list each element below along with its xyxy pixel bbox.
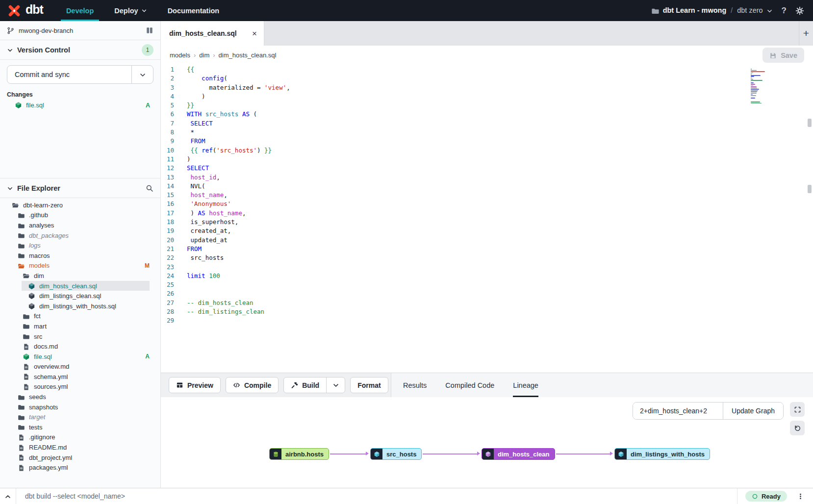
commit-options-button[interactable] xyxy=(131,66,153,83)
project-separator: / xyxy=(730,6,734,14)
tree-item-.gitignore[interactable]: .gitignore xyxy=(0,432,150,443)
nav-item-label: Develop xyxy=(66,7,94,15)
tree-item-packages.yml[interactable]: packages.yml xyxy=(0,462,150,473)
tree-item-seeds[interactable]: seeds xyxy=(0,392,150,402)
tree-item-file.sql[interactable]: file.sqlA xyxy=(0,352,150,362)
lineage-node-airbnb.hosts[interactable]: airbnb.hosts xyxy=(269,448,329,460)
build-split-button: Build xyxy=(283,377,345,393)
change-status-badge: A xyxy=(146,102,150,109)
tree-item-dim[interactable]: dim xyxy=(0,271,150,281)
tree-item-dbt_project.yml[interactable]: dbt_project.yml xyxy=(0,453,150,463)
tree-item-label: dim_hosts_clean.sql xyxy=(39,282,97,290)
nav-item-documentation[interactable]: Documentation xyxy=(157,0,230,21)
tree-item-label: dbt_project.yml xyxy=(29,454,72,461)
tree-item-logs[interactable]: logs xyxy=(0,240,150,251)
change-item-file.sql[interactable]: file.sqlA xyxy=(0,100,160,110)
build-options-button[interactable] xyxy=(326,378,345,393)
lineage-node-dim_listings_with_hosts[interactable]: dim_listings_with_hosts xyxy=(614,448,710,460)
save-button-label: Save xyxy=(781,51,797,59)
more-options-button[interactable] xyxy=(793,492,808,500)
tree-item-docs.md[interactable]: docs.md xyxy=(0,341,150,352)
tab-bar: dim_hosts_clean.sql × + xyxy=(161,21,813,46)
tab-dim-hosts-clean[interactable]: dim_hosts_clean.sql × xyxy=(161,21,264,46)
tree-item-overview.md[interactable]: overview.md xyxy=(0,362,150,372)
format-button[interactable]: Format xyxy=(350,377,388,393)
file-icon xyxy=(18,464,25,472)
project-picker[interactable]: dbt Learn - mwong / dbt zero xyxy=(651,6,773,15)
tree-item-src[interactable]: src xyxy=(0,331,150,342)
tree-item-macros[interactable]: macros xyxy=(0,251,150,261)
tree-item-label: mart xyxy=(34,323,47,330)
compile-button[interactable]: Compile xyxy=(226,377,279,393)
new-tab-button[interactable]: + xyxy=(799,21,813,46)
tree-item-dbt_packages[interactable]: dbt_packages xyxy=(0,230,150,241)
line-number: 12 xyxy=(161,164,179,173)
commit-and-sync-button[interactable]: Commit and sync xyxy=(7,65,153,84)
tree-item-fct[interactable]: fct xyxy=(0,311,150,322)
docs-panel-button[interactable] xyxy=(146,26,153,34)
line-number: 15 xyxy=(161,191,179,200)
tree-item-dim_listings_with_hosts.sql[interactable]: dim_listings_with_hosts.sql xyxy=(0,301,150,311)
book-icon xyxy=(146,26,153,34)
lineage-node-dim_hosts_clean[interactable]: dim_hosts_clean xyxy=(482,448,555,460)
tree-item-label: models xyxy=(29,262,50,269)
command-input[interactable] xyxy=(16,488,737,504)
tree-item-target[interactable]: target xyxy=(0,412,150,422)
status-text: Ready xyxy=(762,493,781,500)
close-icon[interactable]: × xyxy=(252,29,257,38)
folder-open-icon xyxy=(23,272,30,279)
commit-area: Commit and sync xyxy=(0,60,160,84)
search-icon xyxy=(146,184,153,192)
line-number: 17 xyxy=(161,209,179,218)
model-cube-icon xyxy=(23,353,30,360)
expand-command-bar-button[interactable] xyxy=(0,488,16,504)
tree-item-snapshots[interactable]: snapshots xyxy=(0,402,150,412)
version-control-header[interactable]: Version Control 1 xyxy=(0,40,160,60)
file-icon xyxy=(18,454,25,461)
minimap[interactable] xyxy=(751,69,766,105)
code-line: 11) xyxy=(161,155,813,164)
code-editor[interactable]: 1{{2 config(3 materialized = 'view',4 )5… xyxy=(161,65,813,373)
file-search-button[interactable] xyxy=(146,184,153,192)
folder-open-icon xyxy=(18,262,25,270)
nav-item-deploy[interactable]: Deploy xyxy=(104,0,157,21)
build-button[interactable]: Build xyxy=(284,378,326,393)
tree-item-README.md[interactable]: README.md xyxy=(0,442,150,453)
preview-button[interactable]: Preview xyxy=(169,377,221,393)
tree-item-sources.yml[interactable]: sources.yml xyxy=(0,382,150,392)
save-button[interactable]: Save xyxy=(762,48,804,63)
panel-tab-results[interactable]: Results xyxy=(403,373,427,397)
tree-item-analyses[interactable]: analyses xyxy=(0,220,150,230)
tree-item-tests[interactable]: tests xyxy=(0,422,150,432)
preview-icon xyxy=(176,381,183,389)
tree-item-dbt-learn-zero[interactable]: dbt-learn-zero xyxy=(0,200,150,210)
tree-item-mart[interactable]: mart xyxy=(0,321,150,331)
tree-item-dim_hosts_clean.sql[interactable]: dim_hosts_clean.sql xyxy=(0,281,150,291)
help-button[interactable]: ? xyxy=(782,6,787,16)
line-number: 2 xyxy=(161,74,179,83)
dbt-logo[interactable]: dbt xyxy=(0,0,56,21)
tree-item-schema.yml[interactable]: schema.yml xyxy=(0,372,150,382)
folder-icon xyxy=(651,7,660,15)
chevron-down-icon xyxy=(139,70,146,79)
tree-status-badge: A xyxy=(145,353,150,360)
tree-item-.github[interactable]: .github xyxy=(0,210,150,221)
line-number: 29 xyxy=(161,316,179,325)
panel-tab-compiled-code[interactable]: Compiled Code xyxy=(445,373,494,397)
scrollbar-handle[interactable] xyxy=(808,185,812,193)
node-label: airbnb.hosts xyxy=(281,449,329,459)
breadcrumb: models›dim›dim_hosts_clean.sql xyxy=(170,51,276,59)
tree-item-dim_listings_clean.sql[interactable]: dim_listings_clean.sql xyxy=(0,291,150,301)
scrollbar-handle[interactable] xyxy=(808,119,812,127)
tree-item-models[interactable]: modelsM xyxy=(0,261,150,271)
line-number: 11 xyxy=(161,155,179,164)
settings-button[interactable] xyxy=(795,6,804,15)
lineage-node-src_hosts[interactable]: src_hosts xyxy=(370,448,422,460)
line-number: 20 xyxy=(161,236,179,245)
file-explorer-header[interactable]: File Explorer xyxy=(0,178,160,198)
model-cube-icon xyxy=(28,292,35,300)
tree-item-label: file.sql xyxy=(34,353,52,360)
nav-item-develop[interactable]: Develop xyxy=(56,0,104,21)
panel-tab-lineage[interactable]: Lineage xyxy=(513,373,538,397)
code-line: 17 ) AS host_name, xyxy=(161,209,813,218)
